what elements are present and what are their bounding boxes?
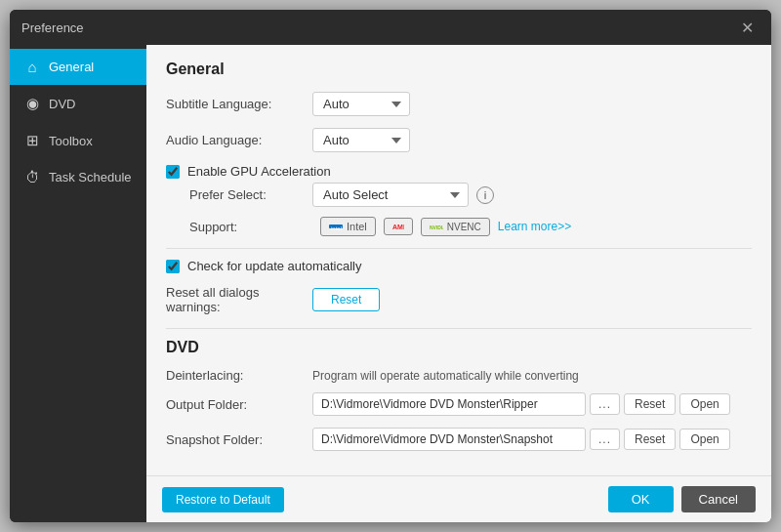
sidebar-label-toolbox: Toolbox — [49, 134, 93, 148]
info-icon[interactable]: i — [476, 186, 494, 204]
check-update-row: Check for update automatically — [166, 259, 752, 273]
audio-language-select[interactable]: Auto English Chinese French — [312, 128, 410, 152]
reset-dialogs-button[interactable]: Reset — [312, 288, 380, 311]
close-button[interactable]: ✕ — [735, 17, 760, 39]
snapshot-folder-row: Snapshot Folder: ... Reset Open — [166, 428, 752, 451]
title-bar: Preference ✕ — [10, 10, 771, 45]
prefer-select-label: Prefer Select: — [189, 187, 312, 202]
divider-1 — [166, 248, 752, 249]
snapshot-folder-dots-button[interactable]: ... — [590, 429, 620, 450]
preference-window: Preference ✕ ⌂ General ◉ DVD ⊞ Toolbox ⏱… — [10, 10, 771, 522]
audio-language-row: Audio Language: Auto English Chinese Fre… — [166, 128, 752, 152]
gpu-acceleration-label[interactable]: Enable GPU Acceleration — [187, 164, 331, 179]
general-title: General — [166, 61, 752, 78]
window-title: Preference — [21, 20, 84, 35]
nvidia-chip: NVIDIA NVENC — [421, 218, 490, 236]
snapshot-folder-label: Snapshot Folder: — [166, 432, 312, 447]
amd-chip: AMD — [384, 218, 413, 235]
gpu-acceleration-checkbox[interactable] — [166, 165, 180, 179]
clock-icon: ⏱ — [23, 169, 41, 185]
sidebar-item-toolbox[interactable]: ⊞ Toolbox — [10, 122, 146, 159]
sidebar-item-dvd[interactable]: ◉ DVD — [10, 85, 146, 122]
cancel-button[interactable]: Cancel — [681, 486, 756, 512]
reset-dialogs-label: Reset all dialogs warnings: — [166, 285, 312, 314]
snapshot-folder-open-button[interactable]: Open — [679, 429, 729, 450]
content-area: ⌂ General ◉ DVD ⊞ Toolbox ⏱ Task Schedul… — [10, 45, 771, 522]
divider-2 — [166, 328, 752, 329]
check-update-label[interactable]: Check for update automatically — [187, 259, 361, 273]
home-icon: ⌂ — [23, 59, 41, 75]
main-panel: General Subtitle Language: Auto English … — [146, 45, 771, 522]
audio-language-label: Audio Language: — [166, 133, 312, 147]
support-row: Support: intel Intel AMD NVIDIA NVENC Le… — [189, 217, 752, 236]
sidebar-item-task-schedule[interactable]: ⏱ Task Schedule — [10, 159, 146, 195]
toolbox-icon: ⊞ — [23, 132, 41, 149]
learn-more-link[interactable]: Learn more>> — [498, 220, 571, 233]
subtitle-language-control: Auto English Chinese French — [312, 92, 410, 116]
snapshot-folder-input[interactable] — [312, 428, 586, 451]
sidebar-label-general: General — [49, 60, 94, 74]
subtitle-language-row: Subtitle Language: Auto English Chinese … — [166, 92, 752, 116]
prefer-select-dropdown[interactable]: Auto Select Intel AMD NVIDIA NVENC — [312, 183, 469, 207]
output-folder-dots-button[interactable]: ... — [590, 393, 620, 415]
reset-dialogs-row: Reset all dialogs warnings: Reset — [166, 285, 752, 314]
sidebar-label-dvd: DVD — [49, 97, 75, 111]
deinterlacing-label: Deinterlacing: — [166, 368, 312, 383]
subtitle-language-label: Subtitle Language: — [166, 97, 312, 111]
footer-bar: Restore to Default OK Cancel — [146, 475, 771, 522]
prefer-select-row: Prefer Select: Auto Select Intel AMD NVI… — [189, 183, 752, 207]
footer-right-buttons: OK Cancel — [608, 486, 756, 512]
sidebar: ⌂ General ◉ DVD ⊞ Toolbox ⏱ Task Schedul… — [10, 45, 146, 522]
output-folder-open-button[interactable]: Open — [679, 393, 729, 415]
sidebar-label-task-schedule: Task Schedule — [49, 170, 132, 184]
intel-chip: intel Intel — [320, 217, 376, 236]
restore-default-button[interactable]: Restore to Default — [162, 487, 284, 512]
sidebar-item-general[interactable]: ⌂ General — [10, 49, 146, 85]
svg-text:intel: intel — [331, 225, 342, 231]
main-scroll: General Subtitle Language: Auto English … — [146, 45, 771, 475]
subtitle-language-select[interactable]: Auto English Chinese French — [312, 92, 410, 116]
deinterlacing-value: Program will operate automatically while… — [312, 369, 579, 383]
output-folder-label: Output Folder: — [166, 397, 312, 412]
output-folder-input[interactable] — [312, 392, 586, 416]
svg-text:AMD: AMD — [392, 224, 404, 230]
support-label: Support: — [189, 220, 312, 234]
output-folder-row: Output Folder: ... Reset Open — [166, 392, 752, 416]
audio-language-control: Auto English Chinese French — [312, 128, 410, 152]
dvd-icon: ◉ — [23, 95, 41, 112]
check-update-checkbox[interactable] — [166, 260, 180, 273]
dvd-title: DVD — [166, 339, 752, 356]
deinterlacing-row: Deinterlacing: Program will operate auto… — [166, 368, 752, 383]
snapshot-folder-reset-button[interactable]: Reset — [624, 429, 676, 450]
ok-button[interactable]: OK — [608, 486, 674, 512]
svg-text:NVIDIA: NVIDIA — [430, 225, 443, 230]
output-folder-reset-button[interactable]: Reset — [624, 393, 676, 415]
gpu-acceleration-row: Enable GPU Acceleration — [166, 164, 752, 179]
